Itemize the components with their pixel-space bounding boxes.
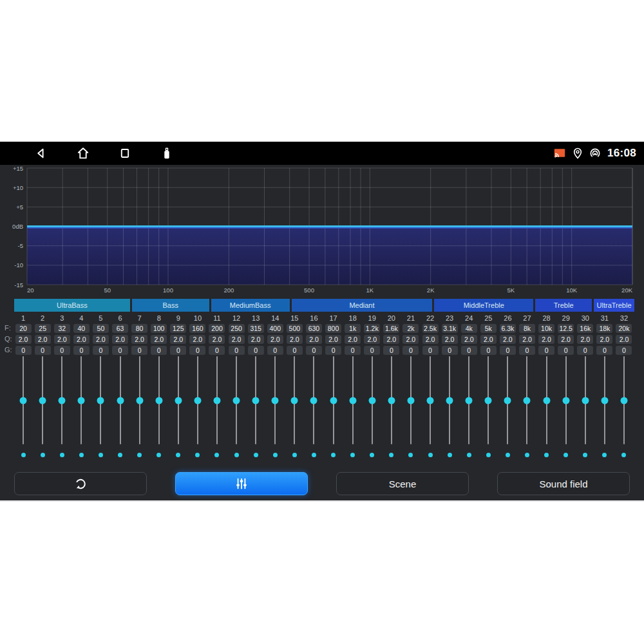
gain-slider[interactable] — [600, 356, 610, 444]
slider-knob[interactable] — [194, 397, 201, 404]
band-group[interactable]: MediumBass — [211, 299, 290, 312]
slider-knob[interactable] — [466, 397, 473, 404]
band-indicator-dot[interactable] — [370, 453, 374, 457]
slider-knob[interactable] — [330, 397, 337, 404]
slider-knob[interactable] — [407, 397, 414, 404]
gain-slider[interactable] — [367, 356, 377, 444]
slider-knob[interactable] — [39, 397, 46, 404]
band-group[interactable]: UltraTreble — [594, 299, 634, 312]
slider-knob[interactable] — [20, 397, 27, 404]
slider-knob[interactable] — [97, 397, 104, 404]
gain-slider[interactable] — [425, 356, 435, 444]
gain-slider[interactable] — [483, 356, 493, 444]
band-indicator-dot[interactable] — [273, 453, 278, 457]
band-group[interactable]: Bass — [132, 299, 209, 312]
gain-slider[interactable] — [251, 356, 261, 444]
gain-slider[interactable] — [542, 356, 552, 444]
band-indicator-dot[interactable] — [292, 453, 297, 457]
gain-slider[interactable] — [522, 356, 532, 444]
sound-field-button[interactable]: Sound field — [497, 472, 630, 495]
slider-knob[interactable] — [291, 397, 298, 404]
scene-button[interactable]: Scene — [336, 472, 469, 495]
equalizer-button[interactable] — [175, 472, 308, 495]
band-indicator-dot[interactable] — [41, 453, 45, 457]
gain-slider[interactable] — [193, 356, 203, 444]
gain-slider[interactable] — [464, 356, 474, 444]
slider-knob[interactable] — [233, 397, 240, 404]
slider-knob[interactable] — [485, 397, 492, 404]
band-indicator-dot[interactable] — [564, 453, 568, 457]
recents-icon[interactable] — [117, 146, 133, 161]
gain-slider[interactable] — [348, 356, 358, 444]
band-indicator-dot[interactable] — [486, 453, 491, 457]
gain-slider[interactable] — [135, 356, 145, 444]
slider-knob[interactable] — [349, 397, 356, 404]
gain-slider[interactable] — [115, 356, 126, 444]
back-icon[interactable] — [33, 146, 49, 161]
slider-knob[interactable] — [117, 397, 124, 404]
slider-knob[interactable] — [175, 397, 182, 404]
band-indicator-dot[interactable] — [621, 453, 626, 457]
slider-knob[interactable] — [543, 397, 550, 404]
gain-slider[interactable] — [37, 356, 48, 444]
band-indicator-dot[interactable] — [544, 453, 549, 457]
band-indicator-dot[interactable] — [506, 453, 510, 457]
band-indicator-dot[interactable] — [602, 453, 607, 457]
band-indicator-dot[interactable] — [583, 453, 587, 457]
slider-knob[interactable] — [252, 397, 260, 404]
band-group[interactable]: Mediant — [292, 299, 433, 312]
slider-knob[interactable] — [59, 397, 66, 404]
gain-slider[interactable] — [76, 356, 86, 444]
slider-knob[interactable] — [388, 397, 395, 404]
band-indicator-dot[interactable] — [137, 453, 142, 457]
band-indicator-dot[interactable] — [195, 453, 200, 457]
band-indicator-dot[interactable] — [254, 453, 258, 457]
band-indicator-dot[interactable] — [214, 453, 219, 457]
gain-slider[interactable] — [580, 356, 591, 444]
band-group[interactable]: Treble — [535, 299, 592, 312]
slider-knob[interactable] — [310, 397, 317, 404]
slider-knob[interactable] — [213, 397, 220, 404]
band-indicator-dot[interactable] — [350, 453, 355, 457]
band-indicator-dot[interactable] — [389, 453, 393, 457]
gain-slider[interactable] — [444, 356, 455, 444]
slider-knob[interactable] — [136, 397, 143, 404]
gain-slider[interactable] — [502, 356, 513, 444]
band-indicator-dot[interactable] — [408, 453, 413, 457]
home-icon[interactable] — [75, 146, 91, 161]
band-indicator-dot[interactable] — [118, 453, 122, 457]
band-indicator-dot[interactable] — [21, 453, 26, 457]
band-indicator-dot[interactable] — [79, 453, 84, 457]
gain-slider[interactable] — [212, 356, 222, 444]
gain-slider[interactable] — [561, 356, 571, 444]
gain-slider[interactable] — [95, 356, 106, 444]
band-indicator-dot[interactable] — [312, 453, 316, 457]
gain-slider[interactable] — [289, 356, 299, 444]
gain-slider[interactable] — [18, 356, 28, 444]
gain-slider[interactable] — [406, 356, 416, 444]
band-indicator-dot[interactable] — [448, 453, 452, 457]
slider-knob[interactable] — [368, 397, 375, 404]
band-indicator-dot[interactable] — [234, 453, 239, 457]
gain-slider[interactable] — [328, 356, 339, 444]
band-group[interactable]: MiddleTreble — [434, 299, 533, 312]
reset-button[interactable] — [14, 472, 147, 495]
slider-knob[interactable] — [601, 397, 608, 404]
gain-slider[interactable] — [57, 356, 67, 444]
slider-knob[interactable] — [504, 397, 511, 404]
band-indicator-dot[interactable] — [176, 453, 180, 457]
slider-knob[interactable] — [155, 397, 162, 404]
band-indicator-dot[interactable] — [99, 453, 103, 457]
gain-slider[interactable] — [173, 356, 184, 444]
band-indicator-dot[interactable] — [60, 453, 64, 457]
gain-slider[interactable] — [270, 356, 280, 444]
slider-knob[interactable] — [446, 397, 453, 404]
band-indicator-dot[interactable] — [331, 453, 336, 457]
slider-knob[interactable] — [78, 397, 85, 404]
band-group[interactable]: UltraBass — [14, 299, 130, 312]
slider-knob[interactable] — [582, 397, 589, 404]
gain-slider[interactable] — [154, 356, 164, 444]
gain-slider[interactable] — [231, 356, 242, 444]
band-indicator-dot[interactable] — [428, 453, 433, 457]
gain-slider[interactable] — [619, 356, 629, 444]
